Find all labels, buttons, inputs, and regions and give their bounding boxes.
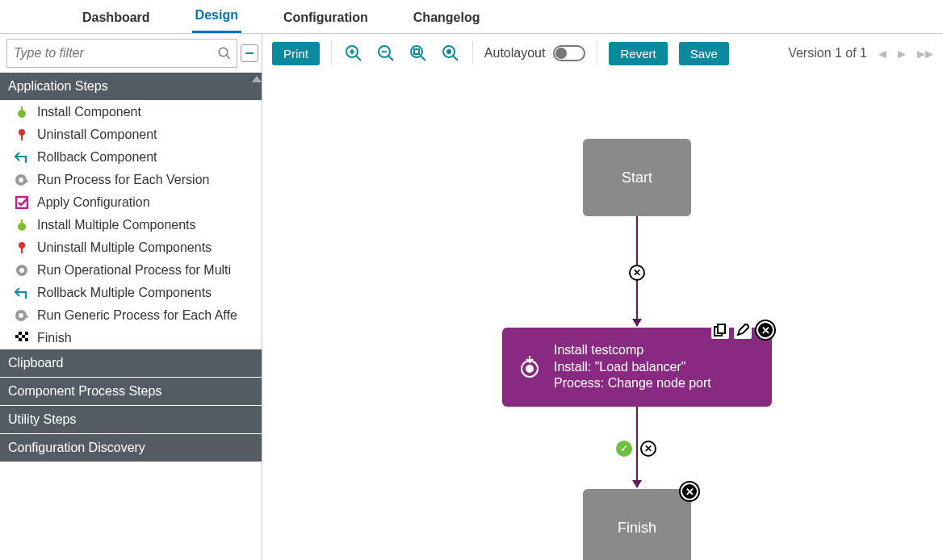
save-button[interactable]: Save [679, 42, 729, 65]
svg-rect-34 [414, 49, 419, 54]
svg-rect-2 [245, 52, 254, 54]
start-node[interactable]: Start [583, 139, 691, 216]
finish-flag-icon [15, 331, 29, 345]
tab-dashboard[interactable]: Dashboard [79, 4, 153, 33]
svg-rect-4 [21, 107, 23, 111]
autolayout-label: Autolayout [484, 46, 546, 61]
section-clipboard[interactable]: Clipboard [0, 349, 262, 378]
autolayout-toggle[interactable] [553, 45, 585, 61]
svg-rect-22 [25, 335, 28, 338]
svg-point-12 [19, 242, 25, 249]
step-uninstall-component[interactable]: Uninstall Component [0, 123, 262, 146]
process-canvas[interactable]: Start ✕ Install testcomp Install: "Load … [262, 73, 943, 560]
svg-rect-42 [718, 324, 725, 333]
delete-step-icon[interactable]: ✕ [756, 321, 774, 339]
step-install-component[interactable]: Install Component [0, 101, 262, 123]
edit-step-icon[interactable] [734, 321, 752, 339]
start-node-label: Start [622, 169, 652, 186]
gear-icon: ▸ [15, 308, 29, 323]
step-label: Run Operational Process for Multi [37, 263, 231, 278]
svg-point-17 [19, 313, 23, 318]
search-icon[interactable] [217, 46, 232, 61]
zoom-fit-icon[interactable] [408, 43, 429, 64]
svg-point-39 [526, 366, 533, 372]
tab-configuration[interactable]: Configuration [280, 4, 371, 33]
svg-rect-24 [22, 338, 25, 341]
section-application-steps[interactable]: Application Steps [0, 73, 262, 101]
zoom-in-icon[interactable] [343, 43, 364, 64]
section-component-steps[interactable]: Component Process Steps [0, 378, 262, 406]
tab-changelog[interactable]: Changelog [410, 4, 484, 33]
version-next-icon[interactable]: ▶ [898, 48, 906, 60]
section-config-discovery[interactable]: Configuration Discovery [0, 434, 262, 462]
step-rollback-multiple[interactable]: Rollback Multiple Components [0, 282, 262, 304]
canvas-toolbar: Print Autolayout Revert Save Version 1 o… [262, 34, 943, 73]
install-step-node[interactable]: Install testcomp Install: "Load balancer… [502, 328, 772, 407]
step-label: Uninstall Component [37, 127, 157, 142]
filter-input[interactable] [12, 45, 217, 61]
uninstall-icon [15, 240, 29, 255]
svg-line-36 [453, 56, 458, 61]
step-rollback-component[interactable]: Rollback Component [0, 146, 262, 169]
edge-delete-icon[interactable]: ✕ [629, 265, 645, 281]
svg-rect-11 [21, 219, 23, 224]
svg-rect-20 [22, 332, 25, 335]
zoom-out-icon[interactable] [375, 43, 396, 64]
step-run-generic-process[interactable]: ▸ Run Generic Process for Each Affe [0, 304, 262, 327]
rollback-icon [15, 150, 29, 165]
step-run-process-version[interactable]: ▸ Run Process for Each Version [0, 169, 262, 191]
step-label: Run Process for Each Version [37, 173, 209, 187]
step-label: Run Generic Process for Each Affe [37, 308, 237, 323]
step-uninstall-multiple[interactable]: Uninstall Multiple Components [0, 236, 262, 259]
edge-success-icon[interactable]: ✓ [616, 441, 632, 457]
section-utility-steps[interactable]: Utility Steps [0, 406, 262, 434]
svg-line-33 [421, 56, 425, 61]
application-steps-list: Install Component Uninstall Component Ro… [0, 101, 262, 349]
step-label: Install Component [37, 105, 141, 119]
step-label: Rollback Multiple Components [37, 286, 212, 300]
svg-rect-21 [19, 335, 22, 338]
separator [597, 41, 597, 65]
zoom-reset-icon[interactable] [440, 43, 461, 64]
separator [472, 41, 473, 65]
canvas-area: Print Autolayout Revert Save Version 1 o… [262, 34, 943, 560]
print-button[interactable]: Print [272, 42, 320, 65]
check-box-icon [15, 195, 29, 210]
step-apply-configuration[interactable]: Apply Configuration [0, 191, 262, 214]
tabs-bar: Dashboard Design Configuration Changelog [0, 0, 943, 34]
svg-rect-9 [16, 197, 27, 208]
collapse-sidebar-button[interactable] [241, 44, 258, 62]
svg-rect-6 [21, 135, 23, 140]
edge-delete-icon[interactable]: ✕ [640, 441, 656, 457]
svg-line-1 [226, 55, 230, 59]
svg-point-37 [447, 50, 451, 53]
tab-design[interactable]: Design [192, 2, 241, 33]
step-label: Install Multiple Components [37, 218, 196, 232]
target-icon [517, 354, 543, 380]
step-install-line: Install: "Load balancer" [554, 359, 711, 376]
delete-finish-icon[interactable]: ✕ [681, 483, 698, 500]
step-run-operational-multi[interactable]: Run Operational Process for Multi [0, 259, 262, 282]
svg-rect-19 [15, 332, 19, 335]
finish-node[interactable]: Finish [583, 489, 691, 560]
svg-point-15 [19, 268, 24, 273]
svg-point-5 [19, 129, 25, 136]
svg-point-0 [219, 48, 228, 56]
svg-rect-13 [21, 248, 23, 253]
copy-step-icon[interactable] [711, 321, 729, 339]
uninstall-icon [15, 127, 29, 142]
version-prev-icon[interactable]: ◀ [878, 48, 886, 60]
step-label: Apply Configuration [37, 195, 150, 210]
step-title: Install testcomp [554, 342, 711, 359]
revert-button[interactable]: Revert [609, 42, 667, 65]
step-finish[interactable]: Finish [0, 327, 262, 349]
version-last-icon[interactable]: ▶▶ [917, 48, 933, 60]
rollback-icon [15, 286, 29, 300]
svg-point-8 [19, 178, 23, 182]
separator [331, 41, 332, 65]
step-install-multiple[interactable]: Install Multiple Components [0, 214, 262, 236]
svg-point-32 [411, 46, 422, 57]
edge-step-to-finish[interactable] [636, 407, 638, 487]
svg-line-26 [356, 56, 361, 61]
step-label: Rollback Component [37, 150, 157, 165]
